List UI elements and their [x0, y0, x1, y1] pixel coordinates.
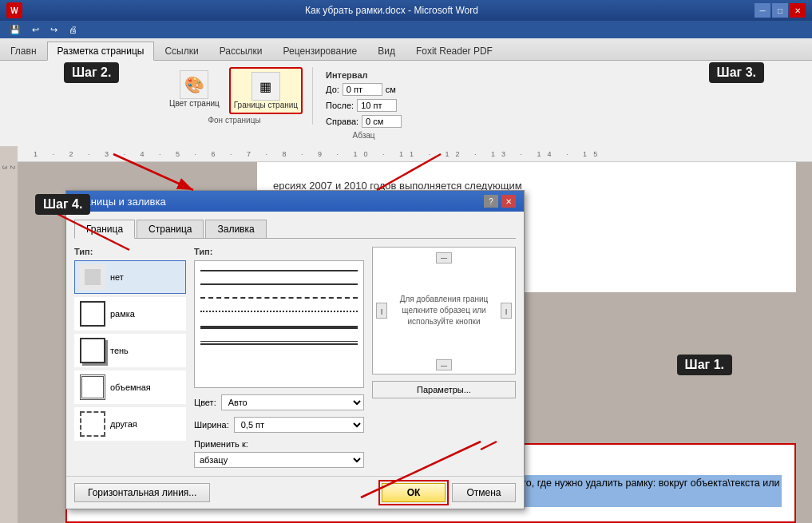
style-double[interactable]	[198, 337, 360, 350]
abzac-label: Абзац	[326, 131, 402, 140]
app-icon: W	[6, 2, 22, 18]
style-solid2[interactable]	[198, 278, 360, 291]
border-type-none-label: нет	[110, 272, 124, 282]
tab-page-layout[interactable]: Разметка страницы	[47, 42, 155, 61]
width-select[interactable]: 0,5 пт	[234, 417, 364, 433]
window-controls[interactable]: ─ □ ✕	[755, 3, 806, 18]
cm-unit1: см	[386, 85, 396, 94]
dialog-footer: Горизонтальная линия... ОК Отмена	[66, 476, 524, 509]
style-dashed[interactable]	[198, 291, 360, 305]
step4-label: Шаг 4.	[35, 194, 90, 215]
preview-text: Для добавления границ щелкните образец и…	[373, 286, 515, 335]
ribbon-tabs: Главн Разметка страницы Ссылки Рассылки …	[0, 38, 812, 61]
maximize-button[interactable]: □	[772, 3, 788, 18]
dialog-tab-border[interactable]: Граница	[74, 220, 135, 239]
minimize-button[interactable]: ─	[755, 3, 770, 18]
dialog-help-button[interactable]: ?	[484, 195, 498, 208]
footer-left: Горизонтальная линия...	[74, 483, 210, 502]
border-type-other-label: другая	[110, 419, 137, 429]
footer-right: ОК Отмена	[382, 483, 516, 502]
interval-label: Интервал	[326, 70, 402, 80]
style-label: Тип:	[194, 247, 364, 256]
step3-label: Шаг 3.	[709, 62, 764, 83]
border-type-none[interactable]: нет	[74, 260, 186, 294]
apply-row: Применить к: абзацу	[194, 439, 364, 468]
preview-top-border-button[interactable]: —	[436, 252, 452, 263]
width-label: Ширина:	[194, 420, 229, 430]
ribbon-content: Шаг 2. 🎨 Цвет страниц ▦ Границы страниц …	[0, 61, 812, 146]
right-label: Справа:	[326, 117, 358, 126]
apply-select[interactable]: абзацу	[194, 452, 364, 468]
tab-foxit[interactable]: Foxit Reader PDF	[406, 42, 503, 60]
style-list[interactable]	[194, 260, 364, 388]
dialog-close-button[interactable]: ✕	[501, 195, 516, 208]
dialog-tab-fill[interactable]: Заливка	[205, 220, 266, 238]
save-qat-button[interactable]: 💾	[6, 23, 24, 37]
preview-bottom-border-button[interactable]: —	[436, 359, 452, 370]
dialog-controls[interactable]: ? ✕	[484, 195, 516, 208]
border-type-frame[interactable]: рамка	[74, 297, 186, 331]
page-borders-button[interactable]: ▦ Границы страниц	[229, 67, 303, 114]
dialog-tab-page[interactable]: Страница	[137, 220, 204, 238]
right-input[interactable]	[362, 115, 402, 128]
print-qat-button[interactable]: 🖨	[65, 23, 81, 36]
tab-mailings[interactable]: Рассылки	[209, 42, 273, 60]
border-type-frame-label: рамка	[110, 309, 135, 319]
params-button[interactable]: Параметры...	[372, 381, 516, 398]
undo-qat-button[interactable]: ↩	[29, 23, 42, 37]
ruler: 1 · 2 · 3 · 4 · 5 · 6 · 7 · 8 · 9 · 10 ·…	[18, 146, 812, 162]
style-solid[interactable]	[198, 264, 360, 278]
style-thick[interactable]	[198, 319, 360, 337]
border-type-shadow[interactable]: тень	[74, 334, 186, 367]
after-input[interactable]	[357, 99, 397, 112]
tab-review[interactable]: Рецензирование	[273, 42, 368, 60]
color-select[interactable]: Авто	[221, 394, 364, 410]
dialog-borders-fill: Границы и заливка ? ✕ Граница Страница З…	[65, 190, 525, 509]
preview-left-border-button[interactable]: |	[376, 303, 387, 319]
cancel-button[interactable]: Отмена	[452, 483, 516, 502]
tab-view[interactable]: Вид	[367, 42, 406, 60]
border-type-3d[interactable]: объемная	[74, 370, 186, 404]
apply-label: Применить к:	[194, 439, 364, 449]
border-type-other[interactable]: другая	[74, 407, 186, 441]
step2-label: Шаг 2.	[64, 62, 119, 83]
border-type-shadow-label: тень	[110, 346, 129, 355]
before-input[interactable]	[343, 83, 382, 96]
tab-references[interactable]: Ссылки	[154, 42, 208, 60]
step1-label: Шаг 1.	[677, 355, 732, 375]
ok-button[interactable]: ОК	[382, 483, 446, 502]
quick-access-toolbar: 💾 ↩ ↪ 🖨	[0, 21, 812, 38]
title-bar: W Как убрать рамки.docx - Microsoft Word…	[0, 0, 812, 21]
dialog-titlebar: Границы и заливка ? ✕	[66, 191, 524, 212]
color-row: Цвет: Авто	[194, 394, 364, 410]
before-label: До:	[326, 85, 339, 94]
dialog-tabs: Граница Страница Заливка	[74, 220, 516, 239]
preview-box: Для добавления границ щелкните образец и…	[372, 247, 516, 374]
left-sidebar: 1234	[0, 146, 18, 523]
type-label: Тип:	[74, 247, 186, 256]
after-label: После:	[326, 101, 354, 110]
preview-buttons-group: Параметры...	[372, 381, 516, 398]
preview-right-border-button[interactable]: |	[501, 303, 512, 319]
page-color-button[interactable]: 🎨 Цвет страниц	[166, 67, 223, 111]
window-title: Как убрать рамки.docx - Microsoft Word	[29, 5, 755, 16]
style-dotted[interactable]	[198, 305, 360, 319]
close-button[interactable]: ✕	[790, 3, 806, 18]
tab-home[interactable]: Главн	[0, 42, 47, 60]
redo-qat-button[interactable]: ↪	[47, 23, 61, 37]
border-type-3d-label: объемная	[110, 382, 151, 392]
width-row: Ширина: 0,5 пт	[194, 417, 364, 433]
color-label: Цвет:	[194, 398, 216, 407]
horizontal-line-button[interactable]: Горизонтальная линия...	[74, 483, 210, 502]
